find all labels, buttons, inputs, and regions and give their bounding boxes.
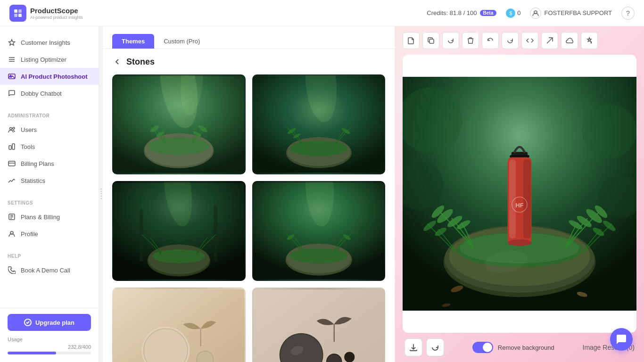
svg-point-37 <box>290 140 347 156</box>
chat-bubble-button[interactable] <box>610 328 633 351</box>
toggle-area: Remove background <box>472 342 554 353</box>
user-icon <box>530 8 541 19</box>
settings-section-label: Settings <box>0 200 99 208</box>
sidebar-label-listing-optimizer: Listing Optimizer <box>21 56 66 63</box>
billing-icon <box>8 159 16 168</box>
coins-count: 0 <box>517 9 520 16</box>
main-layout: Customer Insights Listing Optimizer AI P… <box>0 26 644 362</box>
sidebar-label-statistics: Statistics <box>21 177 45 184</box>
usage-numbers: 232.8/400 <box>8 344 91 350</box>
back-arrow-button[interactable] <box>112 57 123 67</box>
sidebar-item-ai-photoshoot[interactable]: AI Product Photoshoot <box>0 68 99 85</box>
theme-card-4[interactable] <box>252 181 386 281</box>
upgrade-plan-button[interactable]: Upgrade plan <box>8 314 91 331</box>
user-menu[interactable]: FOSTERFBA SUPPORT <box>530 8 612 19</box>
preview-image-wrapper: HF <box>403 55 636 333</box>
coins-area[interactable]: $ 0 <box>506 8 520 18</box>
svg-point-12 <box>13 127 15 129</box>
logo-text: ProductScope <box>30 7 78 15</box>
tab-custom-pro[interactable]: Custom (Pro) <box>154 34 209 49</box>
beta-badge: Beta <box>480 10 497 16</box>
sidebar-item-billing-plans[interactable]: Billing Plans <box>0 155 99 172</box>
remove-bg-toggle[interactable] <box>472 342 493 353</box>
usage-bar-fill <box>8 352 56 354</box>
phone-icon <box>8 266 16 274</box>
profile-icon <box>8 230 16 238</box>
remove-bg-label: Remove background <box>498 344 554 351</box>
sidebar-help-section: Help Book A Demo Call <box>0 246 99 282</box>
sidebar-label-ai-photoshoot: AI Product Photoshoot <box>21 73 88 80</box>
image-icon <box>8 72 16 81</box>
tab-themes[interactable]: Themes <box>112 34 154 49</box>
theme-card-2[interactable] <box>252 74 386 174</box>
tool-redo-btn[interactable] <box>502 32 519 49</box>
resize-dots <box>100 189 102 200</box>
help-button[interactable]: ? <box>621 7 635 20</box>
sidebar-item-profile[interactable]: Profile <box>0 225 99 242</box>
svg-point-110 <box>508 239 532 246</box>
sidebar-item-listing-optimizer[interactable]: Listing Optimizer <box>0 51 99 68</box>
stats-icon <box>8 176 16 185</box>
svg-point-68 <box>344 352 355 362</box>
svg-point-47 <box>153 249 205 263</box>
sidebar-item-statistics[interactable]: Statistics <box>0 172 99 189</box>
theme-card-5[interactable] <box>112 288 246 362</box>
svg-point-28 <box>148 138 209 155</box>
theme-img-3 <box>113 182 245 280</box>
svg-point-11 <box>10 128 12 130</box>
resize-handle[interactable] <box>99 26 103 362</box>
sidebar-bottom: Upgrade plan Usage 232.8/400 <box>0 308 99 362</box>
theme-card-1[interactable] <box>112 74 246 174</box>
sidebar-item-dobby-chatbot[interactable]: Dobby Chatbot <box>0 85 99 102</box>
credits-info: Credits: 81.8 / 100 Beta <box>427 9 496 16</box>
sidebar-label-plans-billing: Plans & Billing <box>21 214 60 221</box>
theme-img-4 <box>253 182 385 280</box>
logo-area: ProductScope AI-powered product insights <box>9 5 83 22</box>
tool-copy-btn[interactable] <box>422 32 439 49</box>
sidebar-item-users[interactable]: Users <box>0 121 99 138</box>
tool-undo-btn[interactable] <box>482 32 499 49</box>
tool-file-btn[interactable] <box>403 32 420 49</box>
tool-arrow-btn[interactable] <box>541 32 558 49</box>
theme-img-1 <box>113 75 245 173</box>
preview-area: HF <box>395 26 644 362</box>
sidebar-label-dobby-chatbot: Dobby Chatbot <box>21 90 62 97</box>
refresh-btn[interactable] <box>426 338 444 356</box>
sidebar-settings-section: Settings Plans & Billing Profile <box>0 193 99 246</box>
admin-section-label: Administrator <box>0 113 99 121</box>
sidebar: Customer Insights Listing Optimizer AI P… <box>0 26 99 362</box>
tool-magic-btn[interactable] <box>581 32 598 49</box>
logo-icon <box>9 5 26 22</box>
preview-actions <box>405 338 444 356</box>
sidebar-nav-section: Customer Insights Listing Optimizer AI P… <box>0 26 99 106</box>
sidebar-label-book-demo: Book A Demo Call <box>21 267 70 274</box>
tool-trash-btn[interactable] <box>462 32 479 49</box>
header: ProductScope AI-powered product insights… <box>0 0 644 26</box>
tool-rotate-btn[interactable] <box>442 32 459 49</box>
theme-img-2 <box>253 75 385 173</box>
theme-card-6[interactable] <box>252 288 386 362</box>
list-icon <box>8 55 16 64</box>
sidebar-item-customer-insights[interactable]: Customer Insights <box>0 34 99 51</box>
sidebar-label-profile: Profile <box>21 230 38 238</box>
chat-icon <box>8 89 16 98</box>
tool-code-btn[interactable] <box>521 32 538 49</box>
sidebar-item-tools[interactable]: Tools <box>0 138 99 155</box>
svg-rect-3 <box>18 14 22 17</box>
svg-rect-0 <box>14 9 17 13</box>
user-name: FOSTERFBA SUPPORT <box>544 9 612 16</box>
sidebar-item-plans-billing[interactable]: Plans & Billing <box>0 208 99 225</box>
tool-cloud-btn[interactable] <box>561 32 578 49</box>
theme-card-3[interactable] <box>112 181 246 281</box>
sidebar-label-users: Users <box>21 126 37 133</box>
header-right: Credits: 81.8 / 100 Beta $ 0 FOSTERFBA S… <box>427 7 635 20</box>
sidebar-item-book-demo[interactable]: Book A Demo Call <box>0 262 99 279</box>
svg-marker-5 <box>9 40 15 45</box>
themes-content: Stones <box>103 49 395 362</box>
svg-text:HF: HF <box>516 202 524 209</box>
svg-rect-13 <box>9 146 11 149</box>
svg-rect-2 <box>14 14 17 17</box>
sidebar-label-billing-plans: Billing Plans <box>21 160 54 167</box>
download-btn[interactable] <box>405 338 422 356</box>
sidebar-label-customer-insights: Customer Insights <box>21 39 70 46</box>
